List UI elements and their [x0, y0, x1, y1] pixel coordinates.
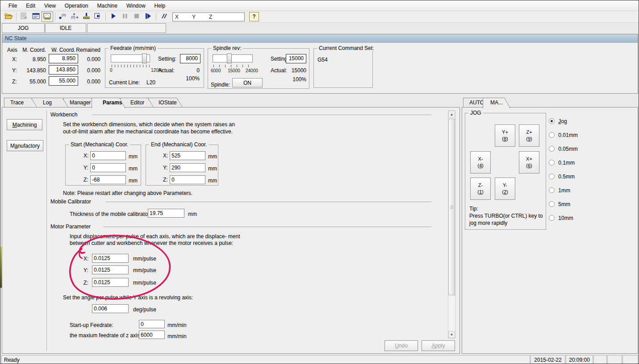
menu-operation[interactable]: Operation	[60, 1, 93, 11]
back-to-workbench-origin-button[interactable]: (0)	[69, 12, 80, 22]
nc-state-header: NC State	[2, 34, 638, 43]
radio-icon[interactable]	[549, 174, 555, 179]
menu-window[interactable]: Window	[122, 1, 150, 11]
set-offset-icon	[94, 12, 102, 21]
jog-x-plus-button[interactable]: X+ (6)	[519, 151, 539, 174]
step-option-10mm[interactable]: 10mm	[549, 215, 573, 222]
jog-y-minus-button[interactable]: Y- (2)	[495, 178, 515, 200]
menu-edit[interactable]: Edit	[21, 1, 40, 11]
motor-x-input[interactable]	[92, 254, 129, 263]
show-trace-button[interactable]	[42, 12, 53, 22]
motor-parameter-rule	[103, 227, 431, 227]
axis-row-y-mcoord: 143.850	[20, 67, 46, 74]
end-x-input[interactable]	[170, 151, 205, 160]
motor-x-unit: mm/pulse	[133, 256, 156, 262]
end-z-input[interactable]	[170, 175, 205, 184]
start-z-input[interactable]	[90, 175, 126, 184]
motor-z-input[interactable]	[92, 278, 129, 287]
tab-params[interactable]: Params	[92, 98, 125, 108]
tab-log[interactable]: Log	[32, 98, 68, 107]
start-z-label: Z:	[84, 177, 88, 183]
jog-tip-line-2: Press TURBO(or CTRL) key to	[469, 213, 543, 219]
radio-icon[interactable]	[549, 187, 555, 193]
radio-icon[interactable]	[549, 146, 555, 152]
start-x-input[interactable]	[90, 151, 126, 160]
radio-icon[interactable]	[549, 160, 555, 165]
max-z-feedrate-unit: mm/min	[167, 333, 187, 339]
end-x-unit: mm	[208, 153, 217, 160]
jog-z-plus-button[interactable]: Z+ (9)	[519, 124, 539, 147]
advanced-start-button[interactable]	[142, 12, 154, 22]
status-ready: Ready	[1, 355, 530, 364]
help-button[interactable]: ?	[249, 12, 259, 21]
set-offset-button[interactable]	[92, 12, 104, 22]
menu-help[interactable]: Help	[150, 1, 170, 11]
spindle-on-button[interactable]: ON	[232, 78, 263, 87]
step-option-0-05mm[interactable]: 0.05mm	[549, 146, 578, 153]
tab-trace[interactable]: Trace	[4, 98, 37, 107]
open-file-button[interactable]	[3, 12, 14, 22]
undo-button[interactable]: Undo	[384, 340, 418, 351]
max-z-feedrate-input[interactable]	[139, 331, 165, 339]
start-y-label: Y:	[84, 165, 88, 171]
machining-button[interactable]: Machining	[7, 119, 42, 130]
radio-icon[interactable]	[549, 215, 555, 221]
spindle-slider-track[interactable]	[213, 54, 253, 62]
menu-machine[interactable]: Machine	[93, 1, 122, 11]
trace-window-icon	[43, 13, 51, 21]
step-option-jog[interactable]: Jog	[549, 118, 567, 125]
end-y-unit: mm	[208, 165, 217, 172]
menu-view[interactable]: View	[40, 1, 60, 11]
radio-icon[interactable]	[549, 132, 555, 138]
motor-y-unit: mm/pulse	[133, 267, 156, 273]
params-scrollbar[interactable]: ▲ ▼	[448, 110, 455, 339]
spindle-group: Spindle rev: 6000 15000 24000 Setting: 1…	[208, 48, 309, 89]
calibrate-tool-button[interactable]	[80, 12, 92, 22]
start-button[interactable]	[108, 12, 119, 22]
spindle-slider-thumb[interactable]	[227, 54, 232, 63]
radio-selected-icon[interactable]	[549, 118, 555, 124]
startup-feedrate-input[interactable]	[139, 320, 165, 328]
back-to-reference-button[interactable]: (0)	[57, 12, 69, 22]
menu-file[interactable]: File	[4, 1, 21, 11]
motor-y-input[interactable]	[92, 265, 129, 274]
feedrate-setting-value[interactable]: 8000	[180, 54, 200, 63]
stop-button[interactable]	[131, 12, 142, 22]
step-option-1mm[interactable]: 1mm	[549, 187, 570, 194]
scroll-down-icon[interactable]: ▼	[448, 331, 455, 338]
start-y-input[interactable]	[90, 163, 126, 172]
motor-x-label: X:	[84, 256, 88, 262]
radio-icon[interactable]	[549, 201, 555, 207]
step-option-0-1mm[interactable]: 0.1mm	[549, 160, 575, 167]
edit-program-button[interactable]	[18, 12, 30, 22]
angle-per-pulse-unit: deg/pulse	[133, 306, 156, 313]
jog-y-plus-button[interactable]: Y+ (8)	[495, 124, 515, 147]
jog-x-minus-button[interactable]: X- (4)	[470, 151, 491, 174]
manufactory-button[interactable]: Manufactory	[7, 140, 43, 151]
scroll-up-icon[interactable]: ▲	[448, 111, 455, 118]
show-log-button[interactable]	[30, 12, 42, 22]
tab-iostate[interactable]: IOState	[148, 98, 183, 107]
axis-select-display[interactable]: X Y Z	[172, 12, 245, 21]
thickness-input[interactable]	[148, 209, 184, 218]
step-option-5mm[interactable]: 5mm	[549, 201, 570, 208]
jog-tip-line-3: jog more rapidly	[469, 220, 507, 226]
step-option-0-01mm[interactable]: 0.01mm	[549, 132, 578, 139]
tab-editor[interactable]: Editor	[120, 98, 154, 107]
feedrate-slider-thumb[interactable]	[142, 54, 147, 63]
scrollbar-thumb[interactable]	[448, 119, 455, 295]
params-divider	[46, 111, 47, 351]
pause-icon	[122, 13, 128, 20]
spindle-setting-value[interactable]: 15000	[286, 54, 306, 63]
pause-button[interactable]	[119, 12, 131, 22]
angle-per-pulse-input[interactable]	[92, 304, 129, 313]
step-option-0-5mm[interactable]: 0.5mm	[549, 174, 575, 181]
tab-manual[interactable]: MA...	[483, 98, 510, 108]
jog-z-minus-button[interactable]: Z- (1)	[470, 178, 491, 200]
apply-button[interactable]: Apply	[422, 340, 455, 351]
svg-text:(0): (0)	[71, 15, 75, 19]
workbench-desc-1: Set the workbench dimensions, which deci…	[63, 121, 235, 128]
spindle-tick-6000: 6000	[211, 68, 221, 73]
simulate-button[interactable]	[158, 12, 170, 22]
end-y-input[interactable]	[170, 163, 205, 172]
